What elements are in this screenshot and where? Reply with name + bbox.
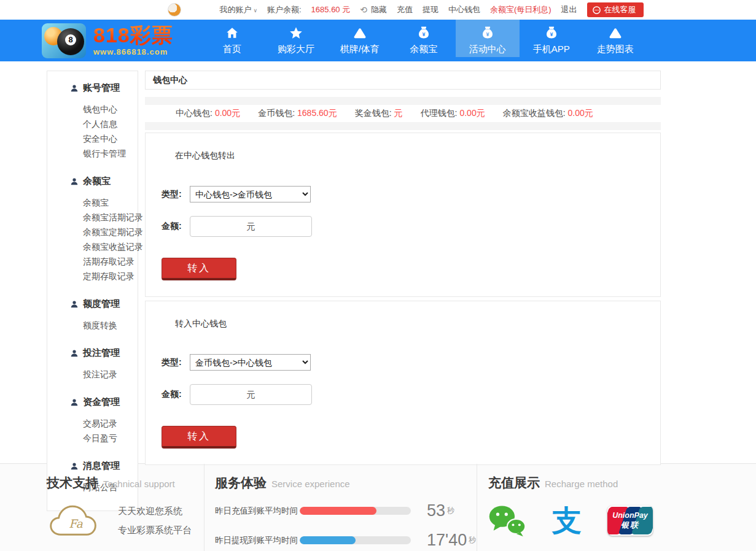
sidebar-item-yuebao-profit-records[interactable]: 余额宝收益记录 <box>47 239 138 254</box>
sidebar-item-transaction-records[interactable]: 交易记录 <box>47 416 138 431</box>
type-label: 类型: <box>162 189 190 200</box>
type-label: 类型: <box>162 357 190 368</box>
sidebar: 账号管理 钱包中心 个人信息 安全中心 银行卡管理 余额宝 余额宝 余额宝活期记… <box>47 71 138 511</box>
triangle-icon <box>608 26 623 40</box>
user-icon <box>70 84 79 93</box>
tech-line-2: 专业彩票系统平台 <box>118 520 192 539</box>
balance-yuebao-profit-wallet: 余额宝收益钱包:0.00元 <box>503 108 593 119</box>
yuebao-link[interactable]: 余额宝(每日利息) <box>490 4 551 15</box>
user-icon <box>70 398 79 407</box>
sidebar-item-personal-info[interactable]: 个人信息 <box>47 117 138 131</box>
withdraw-time-unit: 秒 <box>469 535 476 545</box>
amount-input[interactable] <box>190 384 312 405</box>
sidebar-section-betting[interactable]: 投注管理 <box>47 347 138 359</box>
form-title: 转入中心钱包 <box>175 318 660 329</box>
sidebar-item-yuebao-current-records[interactable]: 余额宝活期记录 <box>47 210 138 225</box>
user-icon <box>70 177 79 186</box>
sidebar-section-funds[interactable]: 资金管理 <box>47 396 138 408</box>
transfer-in-form: 转入中心钱包 类型: 金币钱包->中心钱包 金额: 转入 <box>145 301 661 465</box>
moneybag-icon: ¥ <box>416 26 431 40</box>
balance-bonus-wallet: 奖金钱包:元 <box>355 108 403 119</box>
sidebar-item-fixed-deposit-records[interactable]: 定期存取记录 <box>47 269 138 283</box>
user-icon <box>70 349 79 358</box>
cloud-logo-icon: Fa <box>47 501 102 539</box>
sidebar-item-wallet-center[interactable]: 钱包中心 <box>47 102 138 117</box>
nav-item-home[interactable]: 首页 <box>200 20 264 61</box>
brand[interactable]: 8 818彩票 www.866818.com <box>42 23 173 58</box>
center-wallet-link[interactable]: 中心钱包 <box>448 4 480 15</box>
main-content: 钱包中心 中心钱包:0.00元 金币钱包:1685.60元 奖金钱包:元 代理钱… <box>145 71 661 465</box>
sidebar-item-yuebao-fixed-records[interactable]: 余额宝定期记录 <box>47 225 138 239</box>
form-title: 在中心钱包转出 <box>175 150 660 161</box>
sidebar-item-today-profit-loss[interactable]: 今日盈亏 <box>47 431 138 445</box>
nav-item-yuebao[interactable]: ¥ 余额宝 <box>392 20 456 61</box>
nav-item-lottery-hall[interactable]: 购彩大厅 <box>264 20 328 61</box>
nav-item-trend-charts[interactable]: 走势图表 <box>583 20 647 61</box>
sidebar-item-bet-records[interactable]: 投注记录 <box>47 367 138 382</box>
amount-label: 金额: <box>162 221 190 232</box>
withdraw-time-row: 昨日提现到账平均时间 17'40 秒 <box>215 530 477 550</box>
withdraw-link[interactable]: 提现 <box>423 4 438 15</box>
tech-support-subtitle: Technical support <box>103 479 175 489</box>
balance-panel: 中心钱包:0.00元 金币钱包:1685.60元 奖金钱包:元 代理钱包:0.0… <box>145 97 661 130</box>
recharge-time-progressbar <box>300 507 411 515</box>
svg-text:¥: ¥ <box>550 31 553 37</box>
chat-icon <box>592 6 601 15</box>
brand-url: www.866818.com <box>93 47 173 56</box>
alipay-icon: 支 <box>552 506 582 536</box>
user-icon <box>70 300 79 309</box>
nav-item-mobile-app[interactable]: ¥ 手机APP <box>520 20 583 61</box>
home-icon <box>225 26 240 40</box>
nav-item-games-sports[interactable]: 棋牌/体育 <box>328 20 392 61</box>
avatar[interactable] <box>168 3 181 17</box>
recharge-time-row: 昨日充值到账平均时间 53 秒 <box>215 501 477 521</box>
moneybag-icon: ¥ <box>544 26 559 40</box>
withdraw-time-progressbar <box>300 536 411 544</box>
service-subtitle: Service experience <box>271 479 350 489</box>
cloud-logo-text: Fa <box>69 517 83 530</box>
sidebar-item-bank-card[interactable]: 银行卡管理 <box>47 146 138 161</box>
transfer-type-select[interactable]: 金币钱包->中心钱包 <box>190 354 311 371</box>
amount-label: 金额: <box>162 389 190 400</box>
nav-item-activity-center[interactable]: ¥ 活动中心 <box>456 20 520 61</box>
brand-logo-icon: 8 <box>42 23 86 58</box>
brand-name: 818彩票 <box>93 25 173 45</box>
wechat-icon <box>488 504 526 538</box>
sidebar-item-current-deposit-records[interactable]: 活期存取记录 <box>47 254 138 269</box>
recharge-time-value: 53 <box>427 501 445 520</box>
triangle-icon <box>353 26 367 40</box>
footer: 技术支持Technical support Fa 天天欢迎您系统 专业彩票系统平… <box>0 463 756 551</box>
my-account-menu[interactable]: 我的账户∨ <box>219 4 257 15</box>
recharge-link[interactable]: 充值 <box>397 4 413 15</box>
sidebar-item-quota-convert[interactable]: 额度转换 <box>47 318 138 333</box>
balance-agent-wallet: 代理钱包:0.00元 <box>421 108 485 119</box>
refresh-icon[interactable]: ⟲ <box>360 5 367 15</box>
online-service-button[interactable]: 在线客服 <box>587 2 644 17</box>
sidebar-item-security-center[interactable]: 安全中心 <box>47 131 138 146</box>
star-icon <box>289 26 303 40</box>
svg-text:¥: ¥ <box>422 31 425 37</box>
sidebar-item-yuebao[interactable]: 余额宝 <box>47 195 138 210</box>
transfer-button[interactable]: 转入 <box>162 258 236 280</box>
logout-link[interactable]: 退出 <box>561 4 577 15</box>
sidebar-section-yuebao[interactable]: 余额宝 <box>47 175 138 187</box>
sidebar-section-quota[interactable]: 额度管理 <box>47 298 138 310</box>
balance-gold-wallet: 金币钱包:1685.60元 <box>258 108 337 119</box>
footer-service-experience: 服务体验Service experience 昨日充值到账平均时间 53 秒 昨… <box>205 464 477 551</box>
unionpay-icon: UnionPay银联 <box>607 506 653 536</box>
withdraw-time-value: 17'40 <box>427 531 467 550</box>
service-title: 服务体验 <box>215 474 267 491</box>
footer-recharge-methods: 充值展示Recharge method 支 UnionPay银联 <box>477 464 756 551</box>
tech-line-1: 天天欢迎您系统 <box>118 501 192 520</box>
transfer-button[interactable]: 转入 <box>162 426 236 449</box>
hide-balance-link[interactable]: 隐藏 <box>371 4 387 15</box>
balance-label: 账户余额: <box>267 4 302 15</box>
main-navbar: 8 818彩票 www.866818.com 首页 购彩大厅 棋牌/体育 ¥ 余… <box>0 20 756 61</box>
balance-value: 1685.60 元 <box>311 4 351 15</box>
transfer-out-form: 在中心钱包转出 类型: 中心钱包->金币钱包 金额: 转入 <box>145 133 661 297</box>
moneybag-icon: ¥ <box>480 26 495 40</box>
transfer-type-select[interactable]: 中心钱包->金币钱包 <box>190 186 311 202</box>
sidebar-section-account[interactable]: 账号管理 <box>47 82 138 94</box>
amount-input[interactable] <box>190 216 312 237</box>
recharge-subtitle: Recharge method <box>545 479 618 489</box>
